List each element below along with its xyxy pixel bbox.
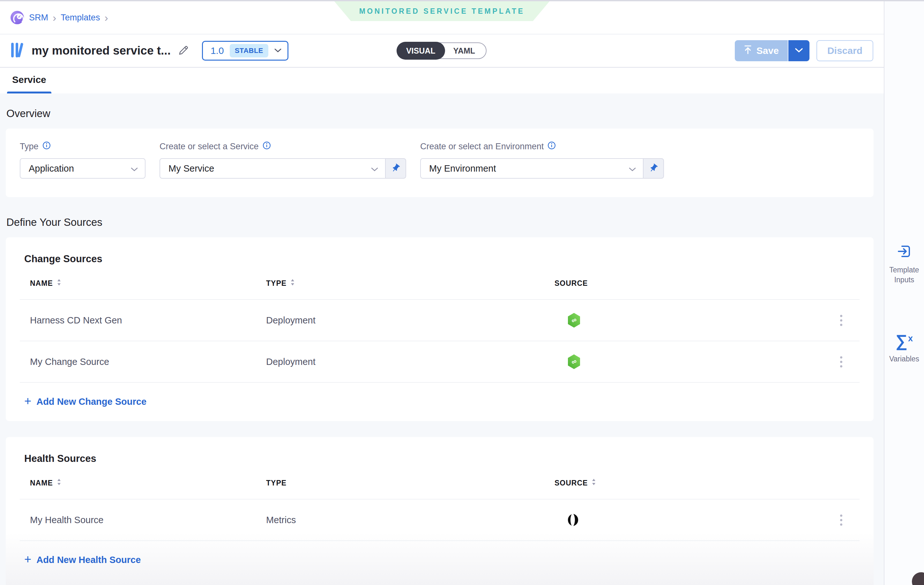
breadcrumb-separator-icon: › xyxy=(104,12,108,23)
row-source: ∞ xyxy=(554,313,838,328)
plus-icon: + xyxy=(24,553,31,565)
service-pin-button[interactable] xyxy=(386,158,406,179)
template-inputs-icon xyxy=(896,244,912,260)
tab-service[interactable]: Service xyxy=(7,74,51,94)
health-sources-table-header: NAME TYPE SOURCE xyxy=(20,478,860,488)
row-options-menu-icon[interactable] xyxy=(838,512,845,528)
row-name: Harness CD Next Gen xyxy=(30,315,266,326)
save-split-button: Save xyxy=(735,40,809,61)
column-header-name[interactable]: NAME xyxy=(30,478,266,488)
chevron-down-icon xyxy=(274,48,282,54)
plus-icon: + xyxy=(24,395,31,407)
health-sources-title: Health Sources xyxy=(24,453,860,465)
field-environment: Create or select an Environment My Envir… xyxy=(420,141,664,179)
chevron-down-icon xyxy=(629,163,636,174)
column-header-type: TYPE xyxy=(266,479,554,488)
pencil-icon xyxy=(178,44,189,57)
divider xyxy=(20,541,860,541)
breadcrumb-srm[interactable]: SRM xyxy=(29,13,48,23)
table-row[interactable]: Harness CD Next Gen Deployment ∞ xyxy=(20,300,860,341)
chevron-down-icon xyxy=(371,163,378,174)
column-header-type-label: TYPE xyxy=(266,479,287,488)
harness-cd-icon: ∞ xyxy=(567,354,581,369)
appdynamics-icon xyxy=(567,514,579,526)
add-new-health-source-button[interactable]: + Add New Health Source xyxy=(20,554,141,565)
column-header-source: SOURCE xyxy=(554,279,860,288)
version-selector[interactable]: 1.0 STABLE xyxy=(202,41,289,61)
column-header-source[interactable]: SOURCE xyxy=(554,478,860,488)
row-source: ∞ xyxy=(554,354,838,369)
edit-title-button[interactable] xyxy=(178,44,189,57)
template-inputs-button[interactable]: Template Inputs xyxy=(884,244,924,285)
pin-icon xyxy=(648,163,658,174)
column-header-name[interactable]: NAME xyxy=(30,279,266,288)
service-select[interactable]: My Service xyxy=(160,158,386,179)
active-tab-indicator xyxy=(7,92,51,94)
toggle-visual[interactable]: VISUAL xyxy=(397,42,445,59)
row-source xyxy=(554,514,838,526)
service-select-value: My Service xyxy=(168,163,214,174)
variables-label: Variables xyxy=(884,354,924,364)
info-icon[interactable] xyxy=(43,141,51,152)
save-button[interactable]: Save xyxy=(735,40,789,61)
table-row[interactable]: My Change Source Deployment ∞ xyxy=(20,341,860,382)
version-number: 1.0 xyxy=(211,45,224,56)
sort-icon xyxy=(290,279,295,288)
breadcrumb-separator-icon: › xyxy=(53,12,56,23)
discard-button[interactable]: Discard xyxy=(817,40,873,61)
page-title: my monitored service t... xyxy=(31,44,171,58)
breadcrumb: SRM › Templates › MONITORED SERVICE TEMP… xyxy=(0,1,884,35)
divider xyxy=(20,382,860,383)
type-select[interactable]: Application xyxy=(20,158,145,179)
overview-fields: Type Application xyxy=(20,141,860,179)
environment-select-row: My Environment xyxy=(420,158,664,179)
row-name: My Change Source xyxy=(30,357,266,367)
field-type-label: Type xyxy=(20,142,39,152)
field-service-label-row: Create or select a Service xyxy=(160,141,406,152)
field-environment-label: Create or select an Environment xyxy=(420,142,544,152)
service-select-row: My Service xyxy=(160,158,406,179)
save-options-button[interactable] xyxy=(789,40,809,61)
environment-pin-button[interactable] xyxy=(644,158,664,179)
row-type: Deployment xyxy=(266,357,554,367)
health-sources-card: Health Sources NAME TYPE SOURCE xyxy=(6,437,874,585)
pin-icon xyxy=(391,163,401,174)
column-header-source-label: SOURCE xyxy=(554,279,588,288)
help-fab-icon[interactable] xyxy=(912,572,924,585)
upload-icon xyxy=(744,45,752,57)
row-options-menu-icon[interactable] xyxy=(838,312,845,328)
type-select-value: Application xyxy=(29,163,74,174)
change-sources-table-header: NAME TYPE SOURCE xyxy=(20,279,860,288)
column-header-name-label: NAME xyxy=(30,279,53,288)
save-label: Save xyxy=(756,45,779,56)
environment-select-value: My Environment xyxy=(429,163,496,174)
environment-select[interactable]: My Environment xyxy=(420,158,644,179)
define-sources-heading: Define Your Sources xyxy=(7,216,874,228)
template-library-icon xyxy=(10,41,25,60)
table-row[interactable]: My Health Source Metrics xyxy=(20,499,860,541)
field-environment-label-row: Create or select an Environment xyxy=(420,141,664,152)
toggle-yaml[interactable]: YAML xyxy=(445,46,486,56)
tab-service-label: Service xyxy=(12,74,46,85)
column-header-type-label: TYPE xyxy=(266,279,287,288)
column-header-type[interactable]: TYPE xyxy=(266,279,554,288)
sort-icon xyxy=(592,478,596,488)
row-options-menu-icon[interactable] xyxy=(838,354,845,370)
chevron-down-icon xyxy=(131,163,138,174)
tab-bar: Service xyxy=(0,68,884,94)
sort-icon xyxy=(57,478,61,488)
info-icon[interactable] xyxy=(548,141,556,152)
variables-button[interactable]: ∑ x Variables xyxy=(884,332,924,364)
add-new-change-source-button[interactable]: + Add New Change Source xyxy=(20,396,147,407)
template-header: my monitored service t... 1.0 STABLE xyxy=(0,35,884,68)
column-header-name-label: NAME xyxy=(30,479,53,488)
variables-icon: ∑ x xyxy=(896,332,913,349)
info-icon[interactable] xyxy=(262,141,271,152)
overview-heading: Overview xyxy=(7,107,874,120)
add-new-change-source-label: Add New Change Source xyxy=(36,397,147,407)
service-content: Overview Type Application xyxy=(0,94,884,585)
header-actions: Save Discard xyxy=(735,40,873,61)
breadcrumb-templates[interactable]: Templates xyxy=(61,13,100,23)
field-type: Type Application xyxy=(20,141,145,179)
harness-cd-icon: ∞ xyxy=(567,313,581,328)
